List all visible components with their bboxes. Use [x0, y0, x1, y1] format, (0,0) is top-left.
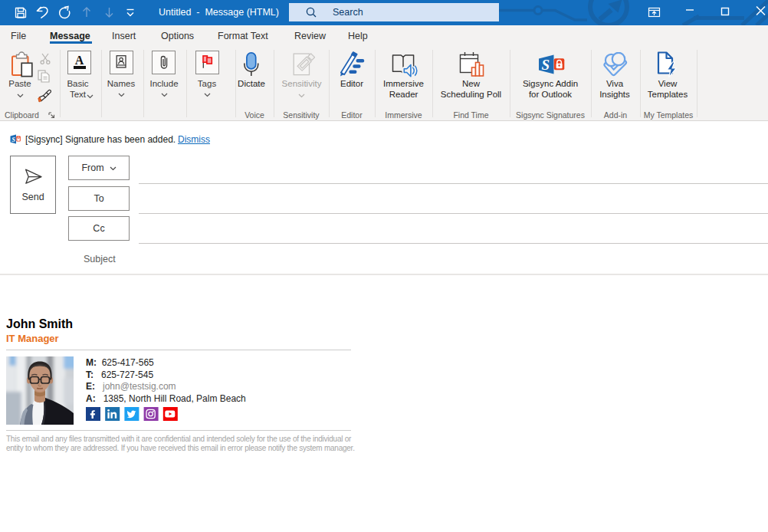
- svg-text:S: S: [11, 136, 15, 143]
- svg-text:S: S: [542, 57, 550, 73]
